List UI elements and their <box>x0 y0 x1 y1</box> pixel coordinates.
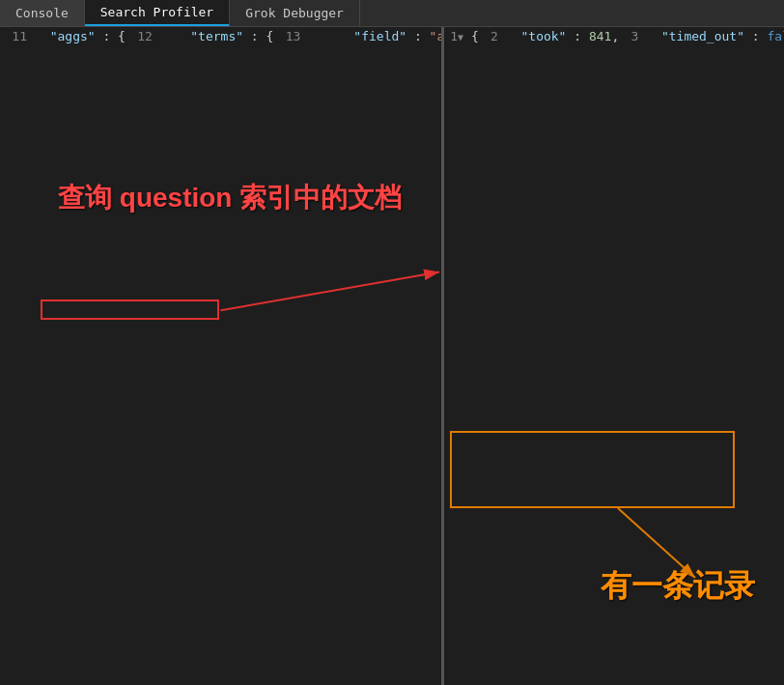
editor-panel: 11 "aggs" : {12 "terms" : {13 "field" : … <box>0 27 444 685</box>
code-area[interactable]: 11 "aggs" : {12 "terms" : {13 "field" : … <box>0 27 441 685</box>
main-area: 11 "aggs" : {12 "terms" : {13 "field" : … <box>0 27 784 685</box>
table-row: 1▼{ <box>444 27 479 685</box>
table-row: 3 "timed_out" : false, <box>619 27 784 685</box>
table-row: 12 "terms" : { <box>126 27 273 685</box>
tab-grok-debugger[interactable]: Grok Debugger <box>230 0 360 26</box>
tab-search-profiler[interactable]: Search Profiler <box>85 0 230 26</box>
result-panel: 1▼{2 "took" : 841,3 "timed_out" : false,… <box>444 27 784 685</box>
result-box: 1▼{2 "took" : 841,3 "timed_out" : false,… <box>444 27 784 685</box>
tab-bar: Console Search Profiler Grok Debugger <box>0 0 784 27</box>
tab-console[interactable]: Console <box>0 0 85 26</box>
result-code-area[interactable]: 1▼{2 "took" : 841,3 "timed_out" : false,… <box>444 27 784 685</box>
table-row: 11 "aggs" : { <box>0 27 126 685</box>
table-row: 2 "took" : 841, <box>479 27 619 685</box>
table-row: 13 "field" : "age", <box>273 27 441 685</box>
